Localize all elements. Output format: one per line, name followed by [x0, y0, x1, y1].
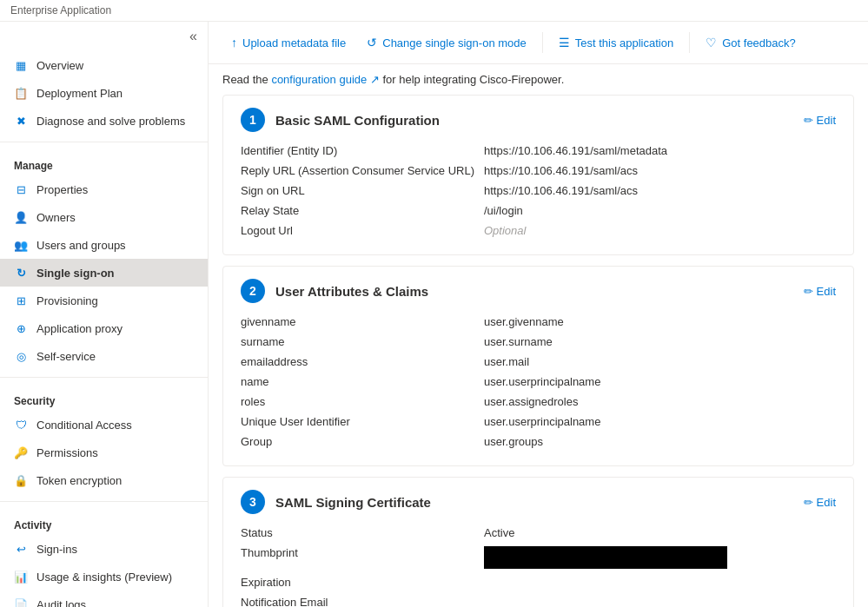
main-content: ↑ Upload metadata file ↺ Change single s… [209, 22, 868, 607]
sidebar-item-deployment[interactable]: 📋 Deployment Plan [0, 79, 208, 107]
sidebar-item-properties[interactable]: ⊟ Properties [0, 175, 208, 203]
sidebar-item-label: Token encryption [36, 474, 122, 487]
field-value: user.assignedroles [484, 395, 578, 408]
field-label: Group [241, 435, 484, 448]
field-status: Status Active [241, 523, 836, 543]
change-label: Change single sign-on mode [382, 36, 527, 49]
field-label: roles [241, 395, 484, 408]
upload-icon: ↑ [231, 36, 237, 49]
test-application-button[interactable]: ☰ Test this application [550, 30, 682, 55]
sidebar-item-label: Usage & insights (Preview) [36, 571, 172, 584]
panel-3-title: SAML Signing Certificate [275, 495, 431, 510]
sidebar-item-diagnose[interactable]: ✖ Diagnose and solve problems [0, 107, 208, 135]
sidebar-item-label: Single sign-on [36, 267, 115, 280]
field-surname: surname user.surname [241, 332, 836, 352]
change-sso-button[interactable]: ↺ Change single sign-on mode [358, 30, 535, 55]
field-label: Expiration [241, 576, 484, 589]
signin-icon: ↩ [14, 542, 28, 556]
top-bar-title: Enterprise Application [10, 4, 111, 16]
pencil-icon: ✏ [804, 285, 813, 298]
basic-saml-panel: 1 Basic SAML Configuration ✏ Edit Identi… [222, 95, 854, 255]
field-emailaddress: emailaddress user.mail [241, 352, 836, 372]
people-icon: 👥 [14, 238, 28, 252]
feedback-label: Got feedback? [722, 36, 796, 49]
sidebar: « ▦ Overview 📋 Deployment Plan ✖ Diagnos… [0, 22, 209, 607]
sidebar-item-conditional-access[interactable]: 🛡 Conditional Access [0, 411, 208, 439]
manage-section-title: Manage [0, 149, 208, 175]
sidebar-item-usage-insights[interactable]: 📊 Usage & insights (Preview) [0, 563, 208, 591]
field-value: https://10.106.46.191/saml/acs [484, 184, 638, 197]
edit-label: Edit [817, 285, 836, 298]
field-roles: roles user.assignedroles [241, 392, 836, 412]
field-relay-state: Relay State /ui/login [241, 201, 836, 221]
info-text: Read the [222, 73, 271, 86]
field-logout-url: Logout Url Optional [241, 221, 836, 241]
field-label: givenname [241, 315, 484, 328]
wrench-icon: ✖ [14, 114, 28, 128]
sidebar-item-sso[interactable]: ↻ Single sign-on [0, 259, 208, 287]
sidebar-item-label: Properties [36, 183, 88, 196]
field-sign-on-url: Sign on URL https://10.106.46.191/saml/a… [241, 181, 836, 201]
sidebar-item-permissions[interactable]: 🔑 Permissions [0, 439, 208, 466]
panel-2-edit-button[interactable]: ✏ Edit [804, 285, 836, 298]
chart-icon: 📊 [14, 570, 28, 584]
pencil-icon: ✏ [804, 496, 813, 509]
field-label: emailaddress [241, 355, 484, 368]
upload-metadata-button[interactable]: ↑ Upload metadata file [222, 30, 354, 55]
change-icon: ↺ [367, 36, 377, 49]
field-value: https://10.106.46.191/saml/metadata [484, 144, 667, 157]
field-label: name [241, 375, 484, 388]
book-icon: 📋 [14, 86, 28, 100]
sidebar-item-token-encryption[interactable]: 🔒 Token encryption [0, 466, 208, 494]
field-label: Reply URL (Assertion Consumer Service UR… [241, 164, 484, 177]
collapse-button[interactable]: « [189, 29, 197, 44]
sidebar-item-label: Self-service [36, 350, 96, 363]
sidebar-item-app-proxy[interactable]: ⊕ Application proxy [0, 314, 208, 342]
panel-3-edit-button[interactable]: ✏ Edit [804, 496, 836, 509]
sidebar-item-sign-ins[interactable]: ↩ Sign-ins [0, 535, 208, 563]
sidebar-item-users-groups[interactable]: 👥 Users and groups [0, 231, 208, 259]
sidebar-item-audit-logs[interactable]: 📄 Audit logs [0, 591, 208, 607]
field-label: Unique User Identifier [241, 415, 484, 428]
sidebar-item-provisioning[interactable]: ⊞ Provisioning [0, 287, 208, 314]
field-value: user.mail [484, 355, 529, 368]
field-group: Group user.groups [241, 432, 836, 452]
panel-1-body: Identifier (Entity ID) https://10.106.46… [223, 141, 853, 254]
panels-container: 1 Basic SAML Configuration ✏ Edit Identi… [209, 95, 868, 607]
sidebar-item-label: Permissions [36, 446, 98, 459]
panel-1-number: 1 [241, 108, 265, 132]
thumbprint-value [484, 546, 727, 569]
field-label: Logout Url [241, 224, 484, 237]
sidebar-item-overview[interactable]: ▦ Overview [0, 51, 208, 79]
field-reply-url: Reply URL (Assertion Consumer Service UR… [241, 161, 836, 181]
sidebar-item-label: Sign-ins [36, 543, 77, 556]
panel-3-header-left: 3 SAML Signing Certificate [241, 490, 431, 514]
field-label: Notification Email [241, 596, 484, 607]
field-value: user.userprincipalname [484, 375, 600, 388]
saml-cert-panel: 3 SAML Signing Certificate ✏ Edit Status… [222, 477, 854, 607]
sidebar-item-label: Application proxy [36, 322, 123, 335]
config-guide-link[interactable]: configuration guide ↗ [271, 73, 379, 86]
panel-1-edit-button[interactable]: ✏ Edit [804, 114, 836, 127]
panel-1-header-left: 1 Basic SAML Configuration [241, 108, 440, 132]
proxy-icon: ⊕ [14, 321, 28, 335]
panel-2-header: 2 User Attributes & Claims ✏ Edit [223, 267, 853, 312]
panel-3-body: Status Active Thumbprint Expiration Noti… [223, 523, 853, 607]
field-label: Sign on URL [241, 184, 484, 197]
sliders-icon: ⊟ [14, 182, 28, 196]
field-unique-user-id: Unique User Identifier user.userprincipa… [241, 412, 836, 432]
activity-section-title: Activity [0, 509, 208, 535]
sidebar-item-label: Diagnose and solve problems [36, 115, 185, 128]
security-section-title: Security [0, 385, 208, 411]
pencil-icon: ✏ [804, 114, 813, 127]
sidebar-item-self-service[interactable]: ◎ Self-service [0, 342, 208, 370]
panel-2-title: User Attributes & Claims [275, 284, 428, 299]
provisioning-icon: ⊞ [14, 294, 28, 307]
sidebar-item-label: Provisioning [36, 294, 98, 307]
field-value: Optional [484, 224, 526, 237]
feedback-button[interactable]: ♡ Got feedback? [697, 30, 805, 55]
info-bar: Read the configuration guide ↗ for help … [209, 64, 868, 95]
sidebar-item-owners[interactable]: 👤 Owners [0, 203, 208, 231]
field-value: /ui/login [484, 204, 523, 217]
test-icon: ☰ [559, 36, 570, 49]
